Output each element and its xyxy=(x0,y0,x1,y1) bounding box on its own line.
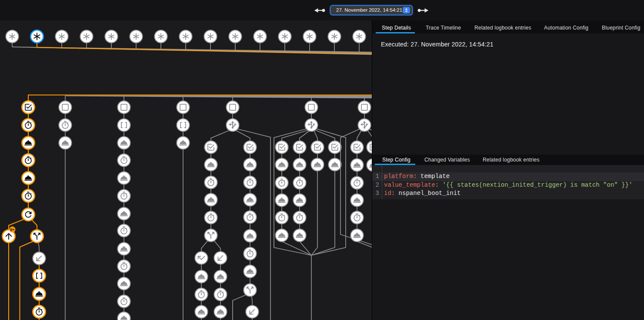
svg-text:9+: 9+ xyxy=(10,227,15,232)
